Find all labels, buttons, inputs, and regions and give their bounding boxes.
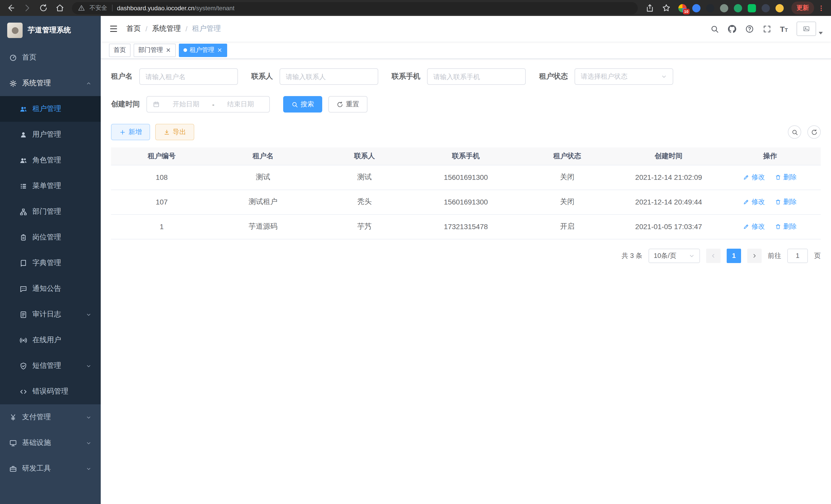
sidebar-item-online-users[interactable]: 在线用户 <box>0 327 101 353</box>
sidebar-item-system[interactable]: 系统管理 <box>0 70 101 96</box>
back-icon[interactable] <box>6 4 15 12</box>
address-bar[interactable]: 不安全 dashboard.yudao.iocoder.cn/system/te… <box>72 2 638 14</box>
extensions-puzzle-icon[interactable] <box>762 4 770 12</box>
share-icon[interactable] <box>646 4 654 12</box>
edit-link[interactable]: 修改 <box>743 197 765 207</box>
font-size-icon[interactable]: TT <box>780 24 788 33</box>
add-button[interactable]: 新增 <box>111 124 150 140</box>
tabs-bar: 首页 部门管理 租户管理 <box>101 41 831 59</box>
extension-icon[interactable] <box>706 4 714 12</box>
phone-input[interactable] <box>427 68 526 85</box>
sidebar-item-label: 短信管理 <box>32 361 61 370</box>
roles-icon <box>20 156 27 164</box>
cell-phone: 15601691300 <box>415 165 517 189</box>
sidebar-item-menu[interactable]: 菜单管理 <box>0 173 101 199</box>
toggle-search-button[interactable] <box>788 125 801 139</box>
tab-dept[interactable]: 部门管理 <box>134 43 176 57</box>
browser-profile-avatar[interactable] <box>775 4 784 12</box>
page-number-button[interactable]: 1 <box>727 248 741 263</box>
tenant-name-input[interactable] <box>139 68 238 85</box>
user-avatar[interactable] <box>797 22 823 36</box>
forward-icon[interactable] <box>23 4 31 12</box>
extension-icon[interactable] <box>734 4 742 12</box>
browser-menu-dots-icon[interactable] <box>818 4 825 11</box>
sidebar-item-role[interactable]: 角色管理 <box>0 147 101 173</box>
delete-label: 删除 <box>783 173 797 182</box>
status-label: 租户状态 <box>539 72 568 81</box>
filter-contact: 联系人 <box>251 68 378 85</box>
bookmark-star-icon[interactable] <box>662 4 671 12</box>
sidebar-item-user[interactable]: 用户管理 <box>0 122 101 147</box>
refresh-table-button[interactable] <box>807 125 821 139</box>
sidebar-item-label: 租户管理 <box>32 104 61 114</box>
edit-label: 修改 <box>752 173 765 182</box>
url-domain: dashboard.yudao.iocoder.cn <box>117 4 195 11</box>
home-icon[interactable] <box>56 4 64 12</box>
sidebar-item-dict[interactable]: 字典管理 <box>0 250 101 276</box>
sidebar-fold-icon[interactable] <box>109 24 118 33</box>
dashboard-icon <box>9 54 17 61</box>
tab-home[interactable]: 首页 <box>109 43 131 57</box>
extension-icon[interactable] <box>692 4 700 12</box>
tab-tenant[interactable]: 租户管理 <box>179 43 227 57</box>
table-row: 1 芋道源码 芋艿 17321315478 开启 2021-01-05 17:0… <box>111 214 821 239</box>
reset-button[interactable]: 重置 <box>328 96 368 113</box>
sidebar-item-label: 错误码管理 <box>32 387 68 396</box>
help-icon[interactable] <box>745 24 754 33</box>
close-icon[interactable] <box>166 47 171 53</box>
page-size-select[interactable]: 10条/页 <box>649 248 700 263</box>
chevron-down-icon <box>689 253 695 259</box>
fullscreen-icon[interactable] <box>763 24 771 33</box>
close-icon[interactable] <box>217 47 223 53</box>
sidebar-item-devtools[interactable]: 研发工具 <box>0 456 101 481</box>
sidebar-item-notice[interactable]: 通知公告 <box>0 276 101 302</box>
export-button[interactable]: 导出 <box>155 124 194 140</box>
sidebar-item-infra[interactable]: 基础设施 <box>0 430 101 456</box>
avatar-image-placeholder <box>797 22 816 36</box>
sidebar-item-label: 部门管理 <box>32 207 61 216</box>
edit-label: 修改 <box>752 197 765 207</box>
sidebar-item-label: 通知公告 <box>32 284 61 293</box>
sidebar-item-payment[interactable]: 支付管理 <box>0 404 101 430</box>
sidebar-item-label: 字典管理 <box>32 259 61 268</box>
extension-icon[interactable] <box>748 4 756 12</box>
edit-link[interactable]: 修改 <box>743 173 765 182</box>
trash-icon <box>775 224 781 230</box>
cell-phone: 17321315478 <box>415 214 517 239</box>
sidebar-item-home[interactable]: 首页 <box>0 45 101 70</box>
search-button[interactable]: 搜索 <box>283 96 322 113</box>
select-placeholder: 请选择租户状态 <box>581 72 628 81</box>
edit-link[interactable]: 修改 <box>743 222 765 231</box>
delete-link[interactable]: 删除 <box>775 197 797 207</box>
search-icon[interactable] <box>710 24 719 33</box>
pagination: 共 3 条 10条/页 1 前往 页 <box>111 248 821 273</box>
extension-icon[interactable]: 10 <box>678 4 687 12</box>
breadcrumb-item[interactable]: 系统管理 <box>152 24 181 33</box>
create-time-range-input[interactable]: 开始日期 - 结束日期 <box>146 96 270 113</box>
chevron-down-icon <box>86 414 91 420</box>
delete-link[interactable]: 删除 <box>775 173 797 182</box>
sidebar-item-error-code[interactable]: 错误码管理 <box>0 379 101 404</box>
contact-input[interactable] <box>280 68 378 85</box>
chevron-down-icon <box>661 73 667 80</box>
update-button[interactable]: 更新 <box>792 2 814 14</box>
breadcrumb-current: 租户管理 <box>192 24 221 33</box>
next-page-button[interactable] <box>747 248 762 263</box>
sidebar-item-sms[interactable]: 短信管理 <box>0 353 101 379</box>
cell-status: 开启 <box>516 214 618 239</box>
online-users-icon <box>20 336 27 344</box>
reload-icon[interactable] <box>39 4 48 12</box>
sidebar-item-tenant[interactable]: 租户管理 <box>0 96 101 122</box>
tenant-status-select[interactable]: 请选择租户状态 <box>575 68 673 85</box>
sidebar-item-post[interactable]: 岗位管理 <box>0 225 101 250</box>
github-icon[interactable] <box>727 24 736 33</box>
sidebar-item-dept[interactable]: 部门管理 <box>0 199 101 225</box>
breadcrumb: 首页 / 系统管理 / 租户管理 <box>126 24 221 33</box>
delete-link[interactable]: 删除 <box>775 222 797 231</box>
prev-page-button[interactable] <box>706 248 720 263</box>
sidebar-item-audit-log[interactable]: 审计日志 <box>0 302 101 327</box>
breadcrumb-item[interactable]: 首页 <box>126 24 141 33</box>
extension-icon[interactable] <box>720 4 728 12</box>
goto-page-input[interactable] <box>787 248 808 263</box>
tab-label: 部门管理 <box>138 46 163 55</box>
